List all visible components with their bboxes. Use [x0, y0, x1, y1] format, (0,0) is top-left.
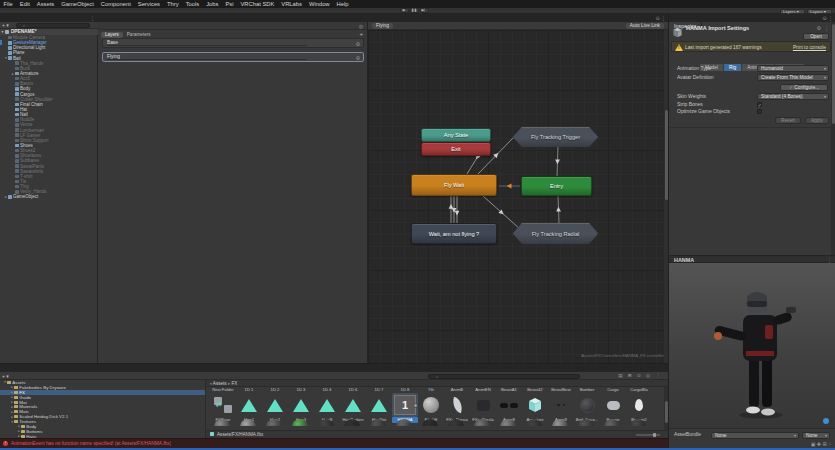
- asset-thumbnail-fxs-persia[interactable]: [444, 393, 470, 417]
- menu-window[interactable]: Window: [305, 0, 333, 8]
- assetbundle-dropdown[interactable]: None▾: [711, 432, 799, 439]
- clipped-asset-thumbnail[interactable]: [370, 419, 386, 426]
- state-node-exit[interactable]: Exit: [421, 142, 491, 156]
- asset-thumbnail-beanie2[interactable]: [626, 393, 652, 417]
- menu-file[interactable]: File: [0, 0, 16, 8]
- asset-thumbnail-beanie[interactable]: [600, 393, 626, 417]
- add-layer-button[interactable]: +: [359, 31, 363, 37]
- gear-icon[interactable]: ⚙: [817, 25, 821, 31]
- asset-thumbnail-hairbroken[interactable]: [340, 393, 366, 417]
- clipped-asset-thumbnail[interactable]: [604, 419, 620, 426]
- asset-thumbnail-hair1[interactable]: [236, 393, 262, 417]
- state-node-fly-wait[interactable]: Fly Wait: [411, 174, 497, 196]
- hierarchy-search-input[interactable]: ⌕: [16, 23, 90, 28]
- lock-icon[interactable]: ⊙: [655, 15, 659, 21]
- project-search-input[interactable]: ⌕: [428, 374, 580, 379]
- pause-button[interactable]: ❚❚: [410, 8, 419, 13]
- menu-psi[interactable]: Psi: [222, 0, 237, 8]
- play-button[interactable]: ▶: [400, 8, 409, 13]
- avatar-definition-dropdown[interactable]: Create From This Model▾: [757, 74, 829, 81]
- assetbundle-variant-dropdown[interactable]: None▾: [802, 432, 830, 439]
- gear-icon[interactable]: ⚙: [356, 41, 360, 47]
- clipped-asset-thumbnail[interactable]: [500, 419, 516, 426]
- project-breadcrumb[interactable]: ▾ Assets ▸ FX: [206, 380, 668, 387]
- asset-thumbnail-hair2[interactable]: [262, 393, 288, 417]
- asset-thumbnail-anim8[interactable]: [496, 393, 522, 417]
- strip-bones-checkbox[interactable]: [757, 102, 762, 107]
- asset-thumbnail-hair3[interactable]: [288, 393, 314, 417]
- clipped-asset-thumbnail[interactable]: [344, 419, 360, 426]
- revert-button[interactable]: Revert: [775, 117, 801, 124]
- kebab-menu-icon[interactable]: ⋮: [824, 25, 829, 31]
- asset-thumbnail-fly-off[interactable]: [418, 393, 444, 417]
- clipped-asset-thumbnail[interactable]: [630, 419, 646, 426]
- menu-component[interactable]: Component: [97, 0, 134, 8]
- auto-live-link-button[interactable]: Auto Live Link: [626, 23, 664, 29]
- project-toolbar-icons[interactable]: ▤ ⊞ ⊙ ◎ ⋮: [618, 373, 662, 378]
- breadcrumb-fx[interactable]: FX: [231, 381, 237, 386]
- asset-thumbnail-anim9[interactable]: [548, 393, 574, 417]
- asset-thumbnail-hairb[interactable]: [314, 393, 340, 417]
- state-node-entry[interactable]: Entry: [521, 176, 592, 196]
- layer-flying[interactable]: Flying⚙: [102, 52, 364, 62]
- eye-icon[interactable]: ◎: [359, 23, 363, 29]
- state-node-any-state[interactable]: Any State: [421, 128, 491, 142]
- configure-button[interactable]: ✓ Configure...: [780, 84, 828, 91]
- layer-weight-slider[interactable]: [107, 45, 307, 46]
- asset-thumbnail-fxs-persla[interactable]: [470, 393, 496, 417]
- lock-icon[interactable]: ⊙: [822, 15, 826, 21]
- menu-jobs[interactable]: Jobs: [203, 0, 222, 8]
- menu-gameobject[interactable]: GameObject: [58, 0, 98, 8]
- preview-header[interactable]: HANMA ⋮: [669, 255, 835, 263]
- kebab-menu-icon[interactable]: ⋮: [661, 15, 666, 21]
- preview-light-button[interactable]: [823, 418, 829, 424]
- layout-dropdown[interactable]: Layout ▾: [807, 9, 832, 14]
- clipped-asset-thumbnail[interactable]: [214, 419, 230, 426]
- clipped-asset-thumbnail[interactable]: [318, 419, 334, 426]
- model-preview[interactable]: [669, 263, 835, 428]
- asset-thumbnail-fxbase[interactable]: ⇄: [210, 393, 236, 417]
- state-node-fly-tracking-trigger[interactable]: Fly Tracking Trigger: [513, 127, 598, 147]
- clipped-asset-thumbnail[interactable]: [240, 419, 256, 426]
- asset-thumbnail-hanma[interactable]: 1: [392, 393, 418, 417]
- menu-tools[interactable]: Tools: [182, 0, 203, 8]
- clipped-asset-thumbnail[interactable]: [422, 419, 438, 426]
- animation-type-dropdown[interactable]: Humanoid▾: [757, 65, 829, 72]
- layer-base[interactable]: Base⚙: [102, 38, 364, 48]
- clipped-asset-thumbnail[interactable]: [552, 419, 568, 426]
- inspector-vscrollbar[interactable]: [831, 22, 835, 255]
- clipped-asset-thumbnail[interactable]: [292, 419, 308, 426]
- asset-thumbnail-hairnot[interactable]: [366, 393, 392, 417]
- menu-assets[interactable]: Assets: [33, 0, 57, 8]
- clipped-asset-thumbnail[interactable]: [448, 419, 464, 426]
- hierarchy-menu-icon[interactable]: ⋮: [90, 14, 95, 22]
- breadcrumb-assets[interactable]: Assets: [213, 381, 227, 386]
- clipped-asset-thumbnail[interactable]: [526, 419, 542, 426]
- skin-weights-dropdown[interactable]: Standard (4 Bones)▾: [757, 93, 829, 100]
- clipped-asset-thumbnail[interactable]: [266, 419, 282, 426]
- asset-thumbnail-armature[interactable]: [522, 393, 548, 417]
- state-node-wait-am-not-flying[interactable]: Wait, am not flying ?: [411, 223, 497, 244]
- clipped-asset-thumbnail[interactable]: [396, 419, 412, 426]
- menu-edit[interactable]: Edit: [16, 0, 33, 8]
- inspector-footer-icons[interactable]: ▣ ✚ ⊞ ◔: [811, 441, 831, 447]
- state-node-fly-tracking-radial[interactable]: Fly Tracking Radial: [513, 223, 598, 244]
- layer-weight-slider[interactable]: [107, 59, 307, 60]
- clipped-asset-thumbnail[interactable]: [474, 419, 490, 426]
- optimize-checkbox[interactable]: [757, 109, 762, 114]
- status-bar[interactable]: ! AnimationEvent has no function name sp…: [0, 438, 668, 448]
- graph-breadcrumb[interactable]: Flying: [372, 23, 393, 29]
- menu-vrchat-sdk[interactable]: VRChat SDK: [237, 0, 278, 8]
- open-button[interactable]: Open: [803, 33, 829, 40]
- animator-graph[interactable]: Any StateExitFly Tracking TriggerFly Wai…: [368, 30, 668, 363]
- print-to-console-link[interactable]: Print to console: [793, 45, 826, 50]
- thumbnail-size-slider[interactable]: [636, 434, 660, 436]
- menu-vrlabs[interactable]: VRLabs: [278, 0, 306, 8]
- gear-icon[interactable]: ⚙: [356, 55, 360, 61]
- clipped-asset-thumbnail[interactable]: [578, 419, 594, 426]
- layers-dropdown[interactable]: Layers ▾: [780, 9, 805, 14]
- hierarchy-item[interactable]: ▸GameObject: [0, 194, 98, 199]
- menu-help[interactable]: Help: [333, 0, 352, 8]
- kebab-menu-icon[interactable]: ⋮: [828, 15, 833, 21]
- apply-button[interactable]: Apply: [805, 117, 829, 124]
